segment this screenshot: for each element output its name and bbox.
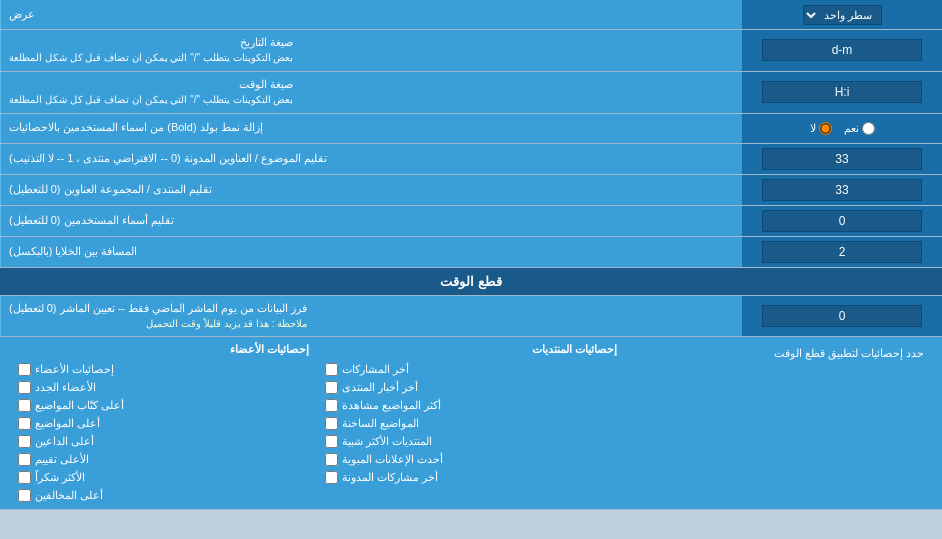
row-subject-trim: تقليم الموضوع / العناوين المدونة (0 -- ا… — [0, 144, 942, 175]
subject-trim-label: تقليم الموضوع / العناوين المدونة (0 -- ا… — [0, 144, 742, 174]
cb-member-stats: إحصائيات الأعضاء — [18, 362, 309, 377]
date-format-input-cell — [742, 30, 942, 71]
cb-similar-forums-input[interactable] — [325, 435, 338, 448]
radio-no[interactable] — [819, 122, 832, 135]
cb-most-thanks-input[interactable] — [18, 471, 31, 484]
cb-similar-forums-label: المنتديات الأكثر شبية — [342, 435, 432, 448]
main-container: سطر واحد سطران عرض صيغة التاريخبعض التكو… — [0, 0, 942, 510]
display-label: عرض — [0, 0, 742, 29]
cutoff-section-title: قطع الوقت — [440, 274, 502, 289]
cb-top-writers: أعلى كتّاب المواضيع — [18, 398, 309, 413]
cb-most-thanks-label: الأكثر شكراً — [35, 471, 85, 484]
cb-classifieds-label: أحدث الإعلانات المبوية — [342, 453, 443, 466]
cb-top-rated: الأعلى تقييم — [18, 452, 309, 467]
row-time-format: صيغة الوقتبعض التكوينات يتطلب "/" التي ي… — [0, 72, 942, 114]
cb-most-viewed-input[interactable] — [325, 399, 338, 412]
cell-spacing-label: المسافة بين الخلايا (بالبكسل) — [0, 237, 742, 267]
forum-trim-input-cell — [742, 175, 942, 205]
cb-top-writers-input[interactable] — [18, 399, 31, 412]
stats-label-area: حدد إحصائيات لتطبيق قطع الوقت — [625, 343, 932, 503]
cb-member-stats-input[interactable] — [18, 363, 31, 376]
cb-forum-news: أخر أخبار المنتدى — [325, 380, 616, 395]
cb-new-members-input[interactable] — [18, 381, 31, 394]
cb-top-violators-input[interactable] — [18, 489, 31, 502]
forum-stats-col: إحصائيات المنتديات أخر المشاركات أخر أخب… — [317, 343, 624, 503]
stats-checkboxes-row: حدد إحصائيات لتطبيق قطع الوقت إحصائيات ا… — [10, 343, 932, 503]
cb-top-inviters: أعلى الداعين — [18, 434, 309, 449]
cb-member-stats-label: إحصائيات الأعضاء — [35, 363, 114, 376]
cutoff-section-header: قطع الوقت — [0, 268, 942, 296]
bold-remove-radio-cell: نعم لا — [742, 114, 942, 143]
cb-classifieds: أحدث الإعلانات المبوية — [325, 452, 616, 467]
cb-top-violators: أعلى المخالفين — [18, 488, 309, 503]
member-stats-col-title: إحصائيات الأعضاء — [18, 343, 309, 359]
date-format-label: صيغة التاريخبعض التكوينات يتطلب "/" التي… — [0, 30, 742, 71]
cutoff-days-label: فرز البيانات من يوم الماشر الماضي فقط --… — [0, 296, 742, 337]
row-cell-spacing: المسافة بين الخلايا (بالبكسل) — [0, 237, 942, 268]
cb-classifieds-input[interactable] — [325, 453, 338, 466]
row-cutoff-days: فرز البيانات من يوم الماشر الماضي فقط --… — [0, 296, 942, 338]
cb-top-rated-label: الأعلى تقييم — [35, 453, 89, 466]
cb-top-subjects-label: أعلى المواضيع — [35, 417, 100, 430]
subject-trim-input-cell — [742, 144, 942, 174]
username-trim-label: تقليم أسماء المستخدمين (0 للتعطيل) — [0, 206, 742, 236]
cb-new-members: الأعضاء الجدد — [18, 380, 309, 395]
member-stats-col: إحصائيات الأعضاء إحصائيات الأعضاء الأعضا… — [10, 343, 317, 503]
cb-last-posts: أخر المشاركات — [325, 362, 616, 377]
cb-top-writers-label: أعلى كتّاب المواضيع — [35, 399, 124, 412]
radio-no-label[interactable]: لا — [810, 122, 832, 135]
cell-spacing-input[interactable] — [762, 241, 922, 263]
subject-trim-input[interactable] — [762, 148, 922, 170]
time-format-input-cell — [742, 72, 942, 113]
cb-most-viewed-label: أكثر المواضيع مشاهدة — [342, 399, 441, 412]
row-date-format: صيغة التاريخبعض التكوينات يتطلب "/" التي… — [0, 30, 942, 72]
cb-top-violators-label: أعلى المخالفين — [35, 489, 103, 502]
username-trim-input[interactable] — [762, 210, 922, 232]
cb-similar-forums: المنتديات الأكثر شبية — [325, 434, 616, 449]
cb-hot-topics-input[interactable] — [325, 417, 338, 430]
time-format-input[interactable] — [762, 81, 922, 103]
cutoff-days-input[interactable] — [762, 305, 922, 327]
row-bold-remove: نعم لا إزالة نمط بولد (Bold) من اسماء ال… — [0, 114, 942, 144]
cb-new-members-label: الأعضاء الجدد — [35, 381, 96, 394]
cb-last-posts-input[interactable] — [325, 363, 338, 376]
radio-yes-label[interactable]: نعم — [844, 122, 875, 135]
row-username-trim: تقليم أسماء المستخدمين (0 للتعطيل) — [0, 206, 942, 237]
cb-top-inviters-input[interactable] — [18, 435, 31, 448]
display-input-cell: سطر واحد سطران — [742, 0, 942, 29]
cutoff-days-input-cell — [742, 296, 942, 337]
cb-blog-posts: أخر مشاركات المدونة — [325, 470, 616, 485]
cb-top-inviters-label: أعلى الداعين — [35, 435, 94, 448]
forum-trim-label: تقليم المنتدى / المجموعة العناوين (0 للت… — [0, 175, 742, 205]
stats-settings-label: حدد إحصائيات لتطبيق قطع الوقت — [774, 347, 924, 359]
cb-top-rated-input[interactable] — [18, 453, 31, 466]
cb-most-thanks: الأكثر شكراً — [18, 470, 309, 485]
cb-last-posts-label: أخر المشاركات — [342, 363, 409, 376]
date-format-input[interactable] — [762, 39, 922, 61]
row-display: سطر واحد سطران عرض — [0, 0, 942, 30]
forum-stats-col-title: إحصائيات المنتديات — [325, 343, 616, 359]
cb-top-subjects-input[interactable] — [18, 417, 31, 430]
cb-hot-topics-label: المواضيع الساخنة — [342, 417, 419, 430]
cb-most-viewed: أكثر المواضيع مشاهدة — [325, 398, 616, 413]
display-select[interactable]: سطر واحد سطران — [803, 5, 882, 25]
cb-hot-topics: المواضيع الساخنة — [325, 416, 616, 431]
forum-trim-input[interactable] — [762, 179, 922, 201]
bold-remove-label: إزالة نمط بولد (Bold) من اسماء المستخدمي… — [0, 114, 742, 143]
cb-blog-posts-input[interactable] — [325, 471, 338, 484]
stats-section: حدد إحصائيات لتطبيق قطع الوقت إحصائيات ا… — [0, 337, 942, 510]
cb-forum-news-label: أخر أخبار المنتدى — [342, 381, 418, 394]
cb-blog-posts-label: أخر مشاركات المدونة — [342, 471, 438, 484]
radio-yes[interactable] — [862, 122, 875, 135]
row-forum-trim: تقليم المنتدى / المجموعة العناوين (0 للت… — [0, 175, 942, 206]
cb-top-subjects: أعلى المواضيع — [18, 416, 309, 431]
cb-forum-news-input[interactable] — [325, 381, 338, 394]
time-format-label: صيغة الوقتبعض التكوينات يتطلب "/" التي ي… — [0, 72, 742, 113]
username-trim-input-cell — [742, 206, 942, 236]
cell-spacing-input-cell — [742, 237, 942, 267]
